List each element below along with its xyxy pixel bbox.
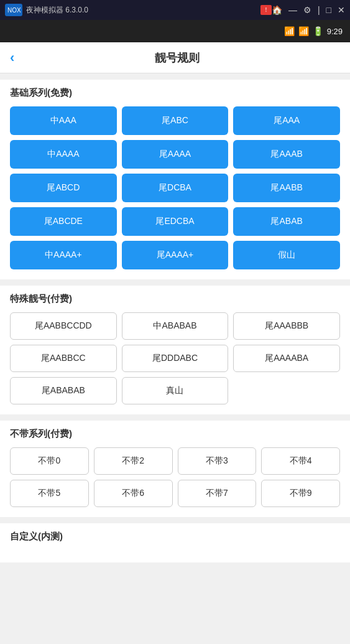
wifi-icon: 📶 <box>284 26 295 36</box>
special-btn-7[interactable]: 真山 <box>122 377 229 404</box>
basic-section: 基础系列(免费) 中AAA 尾ABC 尾AAA 中AAAA 尾AAAA 尾AAA… <box>0 80 350 279</box>
nobring-grid-row1: 不带0 不带2 不带3 不带4 <box>10 447 340 475</box>
window-maximize-icon[interactable]: □ <box>326 5 331 15</box>
status-time: 9:29 <box>327 27 343 36</box>
basic-button-grid: 中AAA 尾ABC 尾AAA 中AAAA 尾AAAA 尾AAAB 尾ABCD 尾… <box>10 106 340 269</box>
signal-icon: 📶 <box>298 26 309 36</box>
custom-section: 自定义(内测) <box>0 523 350 562</box>
special-btn-6[interactable]: 尾ABABAB <box>10 377 117 404</box>
special-btn-1[interactable]: 中ABABAB <box>122 312 229 340</box>
titlebar-app-name: 夜神模拟器 6.3.0.0 <box>26 5 260 16</box>
basic-btn-14[interactable]: 假山 <box>233 241 340 269</box>
svg-text:NOX: NOX <box>7 7 21 14</box>
special-btn-4[interactable]: 尾DDDABC <box>122 345 229 372</box>
nobring-btn-0[interactable]: 不带0 <box>10 447 89 475</box>
basic-btn-3[interactable]: 中AAAA <box>10 140 117 169</box>
minimize-icon[interactable]: — <box>288 5 297 15</box>
special-button-grid: 尾AABBCCDD 中ABABAB 尾AAABBB 尾AABBCC 尾DDDAB… <box>10 312 340 404</box>
basic-btn-10[interactable]: 尾EDCBA <box>122 207 229 236</box>
nobring-btn-7[interactable]: 不带7 <box>178 480 257 507</box>
back-button[interactable]: ‹ <box>10 51 14 65</box>
special-btn-2[interactable]: 尾AAABBB <box>233 312 340 340</box>
basic-btn-6[interactable]: 尾ABCD <box>10 174 117 202</box>
basic-btn-9[interactable]: 尾ABCDE <box>10 207 117 236</box>
app-logo-icon: NOX <box>5 4 22 16</box>
nobring-section: 不带系列(付费) 不带0 不带2 不带3 不带4 不带5 不带6 不带7 不带9 <box>0 421 350 517</box>
basic-btn-1[interactable]: 尾ABC <box>122 106 229 135</box>
battery-icon: 🔋 <box>313 26 323 36</box>
special-section-title: 特殊靓号(付费) <box>10 293 340 305</box>
settings-icon[interactable]: ⚙ <box>303 5 311 15</box>
nobring-grid-row2: 不带5 不带6 不带7 不带9 <box>10 480 340 507</box>
nobring-btn-5[interactable]: 不带5 <box>10 480 89 507</box>
titlebar-badge: ！ <box>260 5 272 15</box>
special-btn-5[interactable]: 尾AAAABA <box>233 345 340 372</box>
basic-btn-11[interactable]: 尾ABAB <box>233 207 340 236</box>
basic-btn-4[interactable]: 尾AAAA <box>122 140 229 169</box>
basic-btn-5[interactable]: 尾AAAB <box>233 140 340 169</box>
nobring-btn-9[interactable]: 不带9 <box>261 480 340 507</box>
basic-btn-12[interactable]: 中AAAA+ <box>10 241 117 269</box>
home-icon[interactable]: 🏠 <box>272 5 282 15</box>
special-placeholder <box>233 377 340 404</box>
custom-section-title: 自定义(内测) <box>10 531 340 543</box>
basic-btn-7[interactable]: 尾DCBA <box>122 174 229 202</box>
window-close-icon[interactable]: ✕ <box>338 5 345 15</box>
page-title: 靓号规则 <box>14 50 340 65</box>
basic-btn-2[interactable]: 尾AAA <box>233 106 340 135</box>
app-content: ‹ 靓号规则 基础系列(免费) 中AAA 尾ABC 尾AAA 中AAAA 尾AA… <box>0 42 350 644</box>
basic-btn-8[interactable]: 尾AABB <box>233 174 340 202</box>
special-section: 特殊靓号(付费) 尾AABBCCDD 中ABABAB 尾AAABBB 尾AABB… <box>0 286 350 414</box>
basic-section-title: 基础系列(免费) <box>10 87 340 99</box>
nobring-section-title: 不带系列(付费) <box>10 428 340 440</box>
nobring-btn-3[interactable]: 不带3 <box>178 447 257 475</box>
page-header: ‹ 靓号规则 <box>0 42 350 73</box>
basic-btn-0[interactable]: 中AAA <box>10 106 117 135</box>
special-btn-3[interactable]: 尾AABBCC <box>10 345 117 372</box>
titlebar-controls: 🏠 — ⚙ | □ ✕ <box>272 5 345 15</box>
nobring-btn-2[interactable]: 不带2 <box>94 447 173 475</box>
statusbar: 📶 📶 🔋 9:29 <box>0 20 350 42</box>
separator: | <box>318 5 320 15</box>
basic-btn-13[interactable]: 尾AAAA+ <box>122 241 229 269</box>
special-btn-0[interactable]: 尾AABBCCDD <box>10 312 117 340</box>
nobring-btn-6[interactable]: 不带6 <box>94 480 173 507</box>
titlebar: NOX 夜神模拟器 6.3.0.0 ！ 🏠 — ⚙ | □ ✕ <box>0 0 350 20</box>
nobring-btn-4[interactable]: 不带4 <box>261 447 340 475</box>
